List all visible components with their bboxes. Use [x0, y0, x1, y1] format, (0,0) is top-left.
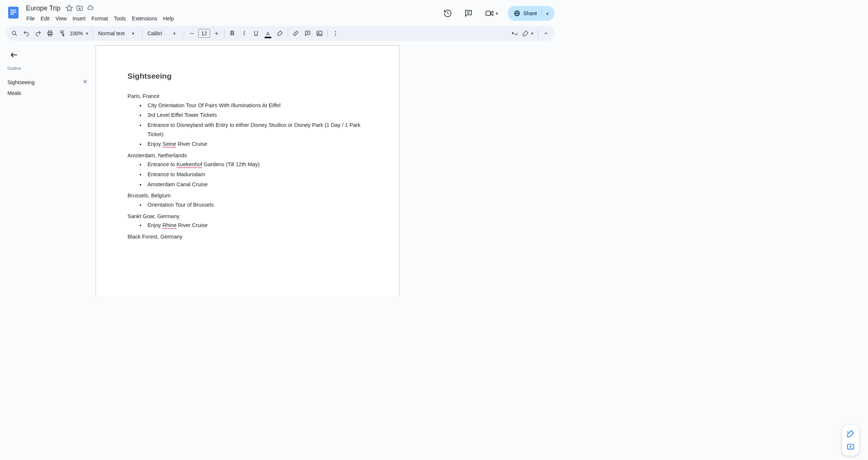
star-icon[interactable] [66, 4, 73, 12]
redo-button[interactable] [33, 28, 44, 39]
globe-icon [514, 10, 520, 17]
list-item[interactable]: Amsterdam Canal Cruise [145, 180, 368, 189]
document-title[interactable]: Europe Trip [24, 4, 63, 13]
close-icon[interactable] [82, 79, 88, 86]
italic-button[interactable]: I [239, 28, 250, 39]
share-dropdown[interactable]: ▼ [542, 10, 553, 17]
bullet-list[interactable]: Enjoy Rhine River Cruise [127, 221, 368, 230]
toolbar-separator [327, 29, 328, 37]
undo-button[interactable] [21, 28, 32, 39]
svg-line-13 [15, 34, 17, 36]
editing-mode-button[interactable]: ▼ [521, 28, 536, 39]
meet-button[interactable]: ▼ [482, 9, 502, 18]
bullet-list[interactable]: City Orientation Tour Of Pairs With Illu… [127, 101, 368, 149]
toolbar-separator [184, 29, 184, 37]
toolbar-separator [224, 29, 225, 37]
location-heading[interactable]: Amsterdam, Netherlands [127, 151, 368, 160]
toolbar-separator [142, 29, 142, 37]
insert-link-button[interactable] [290, 28, 301, 39]
document-body[interactable]: Paris, FranceCity Orientation Tour Of Pa… [127, 92, 368, 242]
svg-rect-17 [60, 31, 63, 33]
svg-rect-2 [10, 12, 16, 13]
more-toolbar-button[interactable] [330, 28, 341, 39]
menu-format[interactable]: Format [89, 14, 110, 23]
svg-point-12 [12, 31, 16, 34]
location-heading[interactable]: Sankt Goar, Germany [127, 212, 368, 221]
location-heading[interactable]: Paris, France [127, 92, 368, 101]
decrease-font-size-button[interactable] [186, 28, 198, 39]
svg-rect-7 [486, 11, 490, 16]
list-item[interactable]: Enjoy Rhine River Cruise [145, 221, 368, 230]
spellcheck-button[interactable] [509, 28, 520, 39]
svg-point-27 [335, 33, 336, 34]
menubar: File Edit View Insert Format Tools Exten… [24, 14, 440, 23]
outline-item[interactable]: Meals [7, 88, 93, 98]
cloud-status-icon[interactable] [86, 4, 94, 12]
menu-insert[interactable]: Insert [70, 14, 88, 23]
menu-view[interactable]: View [53, 14, 69, 23]
font-size-input[interactable] [198, 29, 210, 38]
highlight-color-button[interactable] [274, 28, 285, 39]
list-item[interactable]: City Orientation Tour Of Pairs With Illu… [145, 101, 368, 110]
zoom-dropdown[interactable]: 100%▼ [68, 30, 90, 36]
toolbar-separator [93, 29, 93, 37]
history-icon[interactable] [440, 6, 455, 21]
document-page[interactable]: Sightseeing Paris, FranceCity Orientatio… [96, 45, 400, 296]
toolbar: 100%▼ Normal text▼ Calibri▼ B I U A ▼ [6, 26, 554, 41]
menu-tools[interactable]: Tools [111, 14, 129, 23]
share-label: Share [523, 10, 537, 16]
svg-marker-8 [491, 11, 493, 16]
location-heading[interactable]: Brussels, Belgium [127, 191, 368, 200]
comments-icon[interactable] [461, 6, 476, 21]
chevron-down-icon: ▼ [495, 12, 499, 16]
list-item[interactable]: Enjoy Seine River Cruise [145, 139, 368, 149]
title-area: Europe Trip File Edit View Insert Format… [24, 3, 440, 23]
docs-logo[interactable] [6, 5, 21, 20]
svg-rect-18 [63, 34, 64, 36]
heading-sightseeing[interactable]: Sightseeing [127, 72, 368, 80]
outline-item[interactable]: Sightseeing [7, 76, 93, 88]
collapse-toolbar-button[interactable] [540, 28, 551, 39]
outline-panel: Outline SightseeingMeals [0, 44, 93, 296]
svg-point-28 [335, 35, 336, 36]
menu-file[interactable]: File [24, 14, 37, 23]
list-item[interactable]: Entrance to Disneyland with Entry to eit… [145, 121, 368, 139]
print-button[interactable] [44, 28, 56, 39]
outline-label: Outline [7, 66, 93, 70]
svg-rect-1 [10, 10, 16, 11]
spelling-error[interactable]: Rhine [162, 222, 176, 229]
spelling-error[interactable]: Seine [162, 141, 176, 148]
underline-button[interactable]: U [251, 28, 262, 39]
toolbar-separator [538, 29, 538, 37]
list-item[interactable]: 3rd Level Eiffel Tower Tickets [145, 111, 368, 120]
bullet-list[interactable]: Orientation Tour of Brussels [127, 200, 368, 210]
list-item[interactable]: Entrance to Kuekenhof Gardens (Till 12th… [145, 160, 368, 169]
paragraph-style-dropdown[interactable]: Normal text▼ [95, 30, 140, 36]
menu-edit[interactable]: Edit [38, 14, 52, 23]
search-icon[interactable] [9, 28, 20, 39]
bold-button[interactable]: B [227, 28, 238, 39]
workspace: Outline SightseeingMeals Sightseeing Par… [0, 44, 560, 296]
increase-font-size-button[interactable] [211, 28, 222, 39]
svg-marker-4 [66, 5, 73, 11]
text-color-button[interactable]: A [262, 28, 274, 39]
menu-help[interactable]: Help [160, 14, 176, 23]
font-family-dropdown[interactable]: Calibri▼ [145, 30, 182, 36]
outline-back-button[interactable] [7, 48, 21, 62]
paint-format-button[interactable] [56, 28, 67, 39]
spelling-error[interactable]: Kuekenhof [176, 161, 202, 168]
location-heading[interactable]: Black Forest, Germany [127, 232, 368, 242]
add-comment-button[interactable] [302, 28, 313, 39]
insert-image-button[interactable] [314, 28, 325, 39]
svg-point-26 [335, 31, 336, 32]
list-item[interactable]: Orientation Tour of Brussels [145, 200, 368, 210]
toolbar-separator [288, 29, 288, 37]
document-canvas[interactable]: Sightseeing Paris, FranceCity Orientatio… [93, 44, 560, 296]
move-icon[interactable] [76, 4, 83, 12]
share-button[interactable]: Share ▼ [508, 6, 554, 21]
menu-extensions[interactable]: Extensions [129, 14, 160, 23]
bullet-list[interactable]: Entrance to Kuekenhof Gardens (Till 12th… [127, 160, 368, 189]
outline-item-label: Sightseeing [7, 79, 34, 85]
header-bar: Europe Trip File Edit View Insert Format… [0, 0, 560, 23]
list-item[interactable]: Entrance to Madurodam [145, 170, 368, 179]
